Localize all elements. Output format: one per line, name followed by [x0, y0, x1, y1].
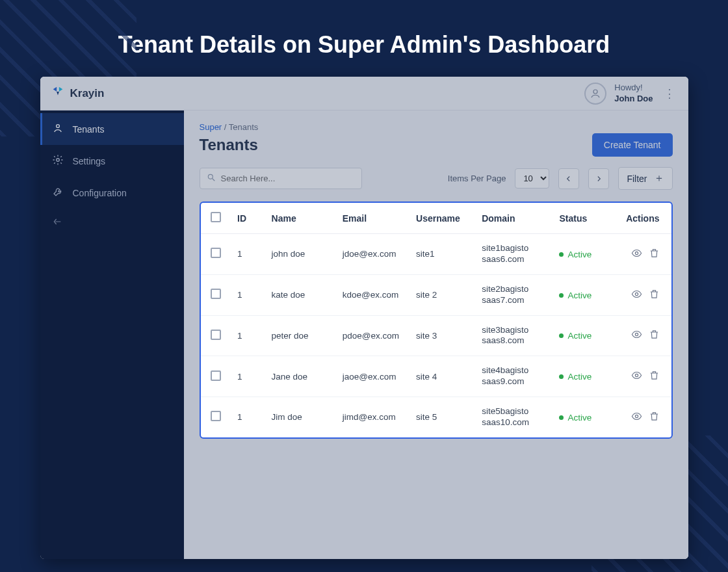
col-email[interactable]: Email [336, 203, 410, 234]
filter-button[interactable]: Filter ＋ [618, 167, 672, 190]
cell-name: john doe [265, 234, 336, 275]
cell-username: site 5 [410, 397, 475, 437]
cell-id: 1 [231, 274, 265, 315]
brand-name: Krayin [70, 87, 105, 100]
cell-username: site 4 [410, 356, 475, 397]
cell-id: 1 [231, 234, 265, 275]
view-icon[interactable] [631, 248, 642, 259]
sidebar-item-configuration[interactable]: Configuration [40, 177, 184, 209]
breadcrumb-sep: / [222, 122, 229, 132]
username-text: John Doe [614, 94, 653, 104]
status-dot-icon [559, 415, 564, 420]
status-dot-icon [559, 333, 564, 338]
cell-status: Active [552, 356, 618, 397]
row-checkbox[interactable] [211, 248, 221, 258]
svg-point-8 [635, 252, 638, 254]
row-checkbox[interactable] [211, 411, 221, 421]
status-dot-icon [559, 293, 564, 298]
svg-marker-2 [57, 92, 59, 96]
plus-icon: ＋ [654, 172, 664, 185]
status-dot-icon [559, 374, 564, 379]
table-row: 1 kate doe kdoe@ex.com site 2 site2bagis… [201, 274, 671, 315]
brand[interactable]: Krayin [51, 84, 105, 102]
svg-point-9 [635, 292, 638, 295]
svg-point-5 [56, 159, 59, 162]
items-per-page-select[interactable]: 10 [515, 168, 549, 188]
view-icon[interactable] [631, 329, 642, 340]
view-icon[interactable] [631, 370, 642, 381]
page-outer-title: Tenant Details on Super Admin's Dashboar… [0, 0, 728, 77]
user-icon [52, 122, 64, 136]
row-checkbox[interactable] [211, 330, 221, 340]
svg-point-6 [208, 174, 213, 179]
main-content: Super / Tenants Tenants Create Tenant It… [184, 110, 688, 559]
cell-email: kdoe@ex.com [336, 274, 410, 315]
topbar: Krayin Howdy! John Doe ⋮ [40, 77, 688, 110]
col-id[interactable]: ID [231, 203, 265, 234]
cell-status: Active [552, 397, 618, 437]
page-next-button[interactable] [588, 168, 609, 189]
delete-icon[interactable] [649, 370, 660, 381]
col-domain[interactable]: Domain [475, 203, 552, 234]
avatar[interactable] [584, 83, 606, 105]
sidebar-item-tenants[interactable]: Tenants [40, 113, 184, 145]
svg-point-3 [593, 90, 597, 94]
svg-point-11 [635, 374, 638, 377]
cell-status: Active [552, 274, 618, 315]
page-title: Tenants [200, 136, 258, 154]
svg-marker-0 [53, 87, 57, 92]
col-actions: Actions [619, 203, 671, 234]
col-username[interactable]: Username [410, 203, 475, 234]
cell-id: 1 [231, 397, 265, 437]
view-icon[interactable] [631, 411, 642, 422]
svg-point-12 [635, 415, 638, 417]
table-row: 1 peter doe pdoe@ex.com site 3 site3bagi… [201, 315, 671, 356]
sidebar-item-label: Tenants [73, 124, 105, 135]
status-dot-icon [559, 252, 564, 257]
cell-status: Active [552, 234, 618, 275]
sidebar: Tenants Settings Configuration [40, 110, 184, 559]
kebab-menu-icon[interactable]: ⋮ [661, 86, 678, 101]
cell-email: jdoe@ex.com [336, 234, 410, 275]
arrow-right-icon [594, 174, 603, 183]
wrench-icon [52, 186, 64, 200]
select-all-checkbox[interactable] [211, 212, 221, 222]
cell-id: 1 [231, 315, 265, 356]
cell-id: 1 [231, 356, 265, 397]
view-icon[interactable] [631, 289, 642, 300]
delete-icon[interactable] [649, 411, 660, 422]
delete-icon[interactable] [649, 289, 660, 300]
breadcrumb-root[interactable]: Super [200, 122, 222, 132]
sidebar-collapse-icon[interactable] [40, 209, 184, 237]
search-input[interactable] [221, 174, 355, 183]
cell-name: Jane doe [265, 356, 336, 397]
user-icon [590, 88, 601, 99]
cell-domain: site2bagistosaas7.com [475, 274, 552, 315]
breadcrumb: Super / Tenants [200, 122, 673, 132]
cell-username: site1 [410, 234, 475, 275]
row-checkbox[interactable] [211, 289, 221, 299]
cell-username: site 2 [410, 274, 475, 315]
delete-icon[interactable] [649, 248, 660, 259]
dashboard-window: Krayin Howdy! John Doe ⋮ Tenants Setting… [40, 77, 688, 559]
greeting-text: Howdy! [614, 83, 653, 93]
sidebar-item-label: Settings [73, 156, 106, 166]
create-tenant-button[interactable]: Create Tenant [592, 133, 673, 157]
cell-email: pdoe@ex.com [336, 315, 410, 356]
search-icon [207, 173, 221, 184]
row-checkbox[interactable] [211, 370, 221, 381]
breadcrumb-current: Tenants [229, 122, 259, 132]
sidebar-item-settings[interactable]: Settings [40, 145, 184, 177]
col-status[interactable]: Status [552, 203, 618, 234]
table-row: 1 Jim doe jimd@ex.com site 5 site5bagist… [201, 397, 671, 437]
cell-domain: site5bagistosaas10.com [475, 397, 552, 437]
cell-email: jimd@ex.com [336, 397, 410, 437]
delete-icon[interactable] [649, 329, 660, 340]
table-row: 1 john doe jdoe@ex.com site1 site1bagist… [201, 234, 671, 275]
search-input-wrap[interactable] [200, 168, 362, 189]
cell-username: site 3 [410, 315, 475, 356]
page-prev-button[interactable] [558, 168, 579, 189]
toolbar: Items Per Page 10 Filter ＋ [200, 167, 673, 190]
gear-icon [52, 154, 64, 168]
col-name[interactable]: Name [265, 203, 336, 234]
